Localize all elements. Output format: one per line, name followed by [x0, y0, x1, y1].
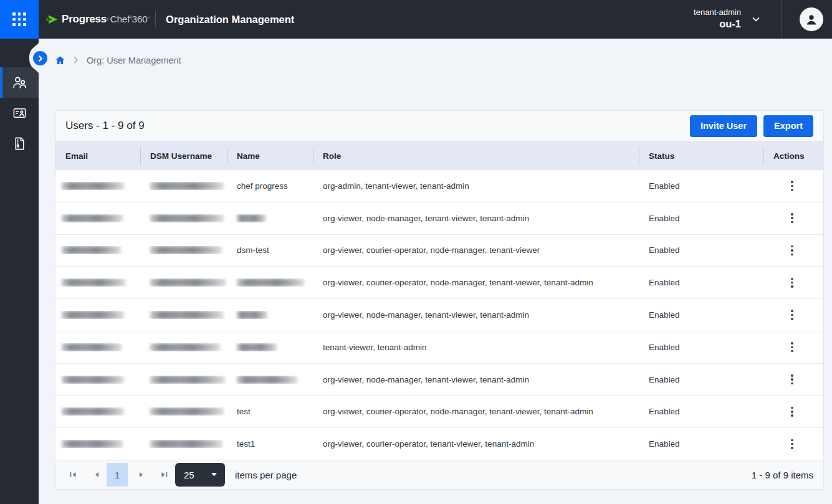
grid-icon: [12, 12, 26, 26]
cell-email: [55, 182, 140, 190]
breadcrumb-chevron-icon: [74, 57, 79, 64]
column-header-name: Name: [227, 141, 313, 170]
sidebar-expand-button[interactable]: [33, 51, 47, 65]
pager-first-icon: [69, 471, 77, 478]
home-icon[interactable]: [55, 55, 65, 65]
cell-role: org-viewer, courier-operator, node-manag…: [313, 245, 639, 255]
cell-email: [55, 311, 140, 319]
cell-actions: [763, 211, 823, 225]
redacted-value: [150, 376, 225, 384]
cell-actions: [763, 340, 823, 354]
row-actions-menu-button[interactable]: [787, 179, 798, 193]
pager-last-button[interactable]: [156, 467, 171, 482]
redacted-value: [150, 214, 224, 222]
cell-name: [227, 376, 313, 384]
cell-status: Enabled: [639, 407, 763, 416]
table-row: org-viewer, node-manager, tenant-viewer,…: [55, 202, 823, 235]
pager-page-1[interactable]: 1: [107, 463, 128, 487]
sidebar-item-audit[interactable]: [0, 128, 39, 159]
row-actions-menu-button[interactable]: [787, 244, 798, 257]
cell-role: org-viewer, courier-operator, node-manag…: [313, 407, 639, 416]
cell-name: [227, 343, 313, 351]
cell-dsm: [140, 246, 227, 254]
cell-actions: [763, 179, 823, 193]
redacted-value: [62, 376, 124, 384]
cell-dsm: [140, 278, 227, 287]
brand-chef: Chef®360™: [110, 14, 150, 25]
pager-next-button[interactable]: [134, 467, 149, 482]
cell-actions: [763, 373, 823, 386]
cell-email: [55, 440, 140, 448]
breadcrumb: Org: User Management: [55, 55, 181, 65]
redacted-value: [150, 343, 220, 351]
pager-first-button[interactable]: [65, 467, 80, 482]
cell-role: org-viewer, courier-operator, node-manag…: [313, 278, 639, 287]
cell-dsm: [140, 311, 227, 319]
cell-role: org-viewer, node-manager, tenant-viewer,…: [313, 214, 639, 223]
cell-role: org-viewer, courier-operator, tenant-vie…: [313, 439, 639, 449]
cell-dsm: [140, 440, 227, 448]
redacted-value: [62, 440, 123, 448]
column-header-role: Role: [313, 141, 639, 170]
column-header-dsm-username: DSM Username: [140, 141, 227, 170]
table-row: org-viewer, courier-operator, node-manag…: [55, 267, 823, 299]
progress-logo-icon: [45, 12, 59, 27]
cell-email: [55, 246, 140, 254]
row-actions-menu-button[interactable]: [787, 373, 798, 386]
sidebar-item-roles[interactable]: [0, 98, 39, 128]
person-icon: [804, 12, 819, 27]
row-actions-menu-button[interactable]: [787, 276, 798, 290]
cell-role: org-viewer, node-manager, tenant-viewer,…: [313, 375, 639, 384]
pager-next-icon: [138, 471, 145, 478]
pager-prev-button[interactable]: [89, 467, 104, 482]
redacted-value: [150, 278, 226, 287]
cell-role: org-admin, tenant-viewer, tenant-admin: [313, 181, 639, 191]
cell-actions: [763, 308, 823, 322]
user-avatar-button[interactable]: [800, 7, 823, 31]
row-actions-menu-button[interactable]: [787, 405, 798, 419]
redacted-value: [62, 407, 124, 416]
topbar-divider: [155, 11, 156, 27]
cell-status: Enabled: [639, 310, 763, 320]
brand-logo: Progress® Chef®360™: [45, 12, 150, 27]
redacted-value: [150, 246, 222, 254]
redacted-value: [237, 343, 277, 351]
cell-actions: [763, 244, 823, 257]
row-actions-menu-button[interactable]: [787, 211, 798, 225]
export-button[interactable]: Export: [763, 115, 813, 137]
cell-name: [227, 311, 313, 319]
app-launcher-button[interactable]: [0, 0, 39, 39]
page-size-value: 25: [184, 470, 194, 480]
page-title: Organization Management: [166, 14, 294, 26]
cell-dsm: [140, 376, 227, 384]
cell-name: chef progress: [227, 181, 313, 191]
cell-status: Enabled: [639, 439, 763, 449]
row-actions-menu-button[interactable]: [787, 437, 798, 451]
cell-actions: [763, 276, 823, 290]
cell-actions: [763, 437, 823, 451]
row-actions-menu-button[interactable]: [787, 340, 798, 354]
redacted-value: [150, 182, 224, 190]
redacted-value: [62, 343, 122, 351]
cell-dsm: [140, 182, 227, 190]
redacted-value: [62, 278, 126, 287]
invite-user-button[interactable]: Invite User: [690, 115, 757, 137]
cell-role: org-viewer, node-manager, tenant-viewer,…: [313, 310, 639, 320]
cell-email: [55, 343, 140, 351]
table-row: testorg-viewer, courier-operator, node-m…: [55, 396, 823, 428]
cell-status: Enabled: [639, 214, 763, 223]
chevron-down-icon: [751, 14, 761, 24]
users-card: Users - 1 - 9 of 9 Invite User Export Em…: [55, 110, 824, 490]
table-row: org-viewer, node-manager, tenant-viewer,…: [55, 299, 823, 331]
row-actions-menu-button[interactable]: [787, 308, 798, 322]
redacted-value: [62, 182, 124, 190]
card-title: Users - 1 - 9 of 9: [65, 120, 145, 132]
page-size-select[interactable]: 25: [175, 463, 225, 487]
sidebar: [0, 39, 39, 504]
table-body: chef progressorg-admin, tenant-viewer, t…: [55, 170, 823, 460]
cell-status: Enabled: [639, 181, 763, 191]
table-header: EmailDSM UsernameNameRoleStatusActions: [55, 141, 823, 170]
tenant-switcher[interactable]: tenant-admin ou-1: [694, 9, 761, 29]
cell-name: [227, 214, 313, 222]
items-per-page-label: items per page: [235, 470, 297, 480]
